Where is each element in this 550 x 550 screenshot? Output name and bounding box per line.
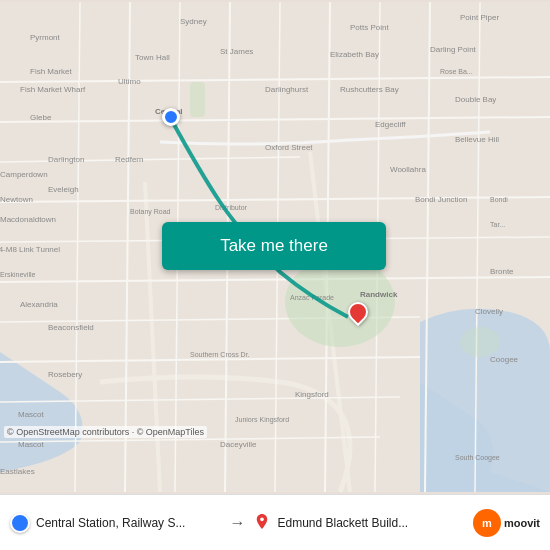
svg-text:Randwick: Randwick	[360, 290, 398, 299]
svg-text:Elizabeth Bay: Elizabeth Bay	[330, 50, 379, 59]
svg-text:M4-M8 Link Tunnel: M4-M8 Link Tunnel	[0, 245, 60, 254]
svg-text:Edgecliff: Edgecliff	[375, 120, 406, 129]
svg-text:Point Piper: Point Piper	[460, 13, 499, 22]
svg-text:Rose Ba...: Rose Ba...	[440, 68, 473, 75]
svg-text:Southern Cross Dr.: Southern Cross Dr.	[190, 351, 250, 358]
moovit-logo: m moovit	[473, 509, 540, 537]
svg-text:Clovelly: Clovelly	[475, 307, 503, 316]
map-attribution: © OpenStreetMap contributors · © OpenMap…	[4, 426, 207, 438]
svg-text:Alexandria: Alexandria	[20, 300, 58, 309]
svg-point-5	[460, 327, 500, 357]
svg-rect-4	[190, 82, 205, 117]
take-me-there-button[interactable]: Take me there	[162, 222, 386, 270]
destination-pin	[348, 302, 368, 334]
svg-text:Ultimo: Ultimo	[118, 77, 141, 86]
destination-label: Edmund Blackett Build...	[277, 516, 408, 530]
origin-label: Central Station, Railway S...	[36, 516, 185, 530]
svg-text:Redfern: Redfern	[115, 155, 143, 164]
svg-text:Daceyville: Daceyville	[220, 440, 257, 449]
svg-text:Double Bay: Double Bay	[455, 95, 496, 104]
svg-text:Rushcutters Bay: Rushcutters Bay	[340, 85, 399, 94]
svg-text:Mascot: Mascot	[18, 410, 45, 419]
origin-icon	[10, 513, 30, 533]
svg-text:Camperdown: Camperdown	[0, 170, 48, 179]
svg-text:Mascot: Mascot	[18, 440, 45, 449]
svg-text:South Coogee: South Coogee	[455, 454, 500, 462]
svg-text:St James: St James	[220, 47, 253, 56]
svg-text:Woollahra: Woollahra	[390, 165, 426, 174]
svg-point-2	[285, 257, 395, 347]
map-area: Pyrmont Sydney Potts Point Point Piper D…	[0, 0, 550, 494]
svg-text:Darlinghurst: Darlinghurst	[265, 85, 309, 94]
svg-text:Botany Road: Botany Road	[130, 208, 171, 216]
svg-text:Glebe: Glebe	[30, 113, 52, 122]
svg-text:Bellevue Hill: Bellevue Hill	[455, 135, 499, 144]
svg-text:Bondi: Bondi	[490, 196, 508, 203]
svg-text:Tar...: Tar...	[490, 221, 505, 228]
svg-text:Fish Market: Fish Market	[30, 67, 73, 76]
svg-text:Erskineville: Erskineville	[0, 271, 36, 278]
svg-text:Bondi Junction: Bondi Junction	[415, 195, 467, 204]
svg-text:Beaconsfield: Beaconsfield	[48, 323, 94, 332]
destination-section: Edmund Blackett Build...	[253, 514, 464, 532]
origin-section: Central Station, Railway S...	[10, 513, 221, 533]
bottom-bar: Central Station, Railway S... → Edmund B…	[0, 494, 550, 550]
svg-text:Sydney: Sydney	[180, 17, 207, 26]
svg-text:Eastlakes: Eastlakes	[0, 467, 35, 476]
svg-text:Coogee: Coogee	[490, 355, 519, 364]
moovit-brand-name: moovit	[504, 517, 540, 529]
svg-text:Juniors Kingsford: Juniors Kingsford	[235, 416, 289, 424]
svg-text:Fish Market Wharf: Fish Market Wharf	[20, 85, 86, 94]
svg-text:Darlington: Darlington	[48, 155, 84, 164]
svg-text:Darling Point: Darling Point	[430, 45, 477, 54]
destination-icon	[253, 514, 271, 532]
svg-text:Town Hall: Town Hall	[135, 53, 170, 62]
app-container: Pyrmont Sydney Potts Point Point Piper D…	[0, 0, 550, 550]
svg-text:Pyrmont: Pyrmont	[30, 33, 61, 42]
moovit-m: m	[482, 517, 492, 529]
moovit-logo-icon: m	[473, 509, 501, 537]
svg-text:Bronte: Bronte	[490, 267, 514, 276]
svg-text:Kingsford: Kingsford	[295, 390, 329, 399]
arrow-icon: →	[229, 514, 245, 532]
svg-text:Oxford Street: Oxford Street	[265, 143, 313, 152]
origin-pin	[162, 108, 180, 126]
svg-text:Potts Point: Potts Point	[350, 23, 389, 32]
destination-pin-marker	[344, 298, 372, 326]
svg-text:Eveleigh: Eveleigh	[48, 185, 79, 194]
svg-text:Newtown: Newtown	[0, 195, 33, 204]
svg-text:Macdonaldtown: Macdonaldtown	[0, 215, 56, 224]
svg-text:Rosebery: Rosebery	[48, 370, 82, 379]
